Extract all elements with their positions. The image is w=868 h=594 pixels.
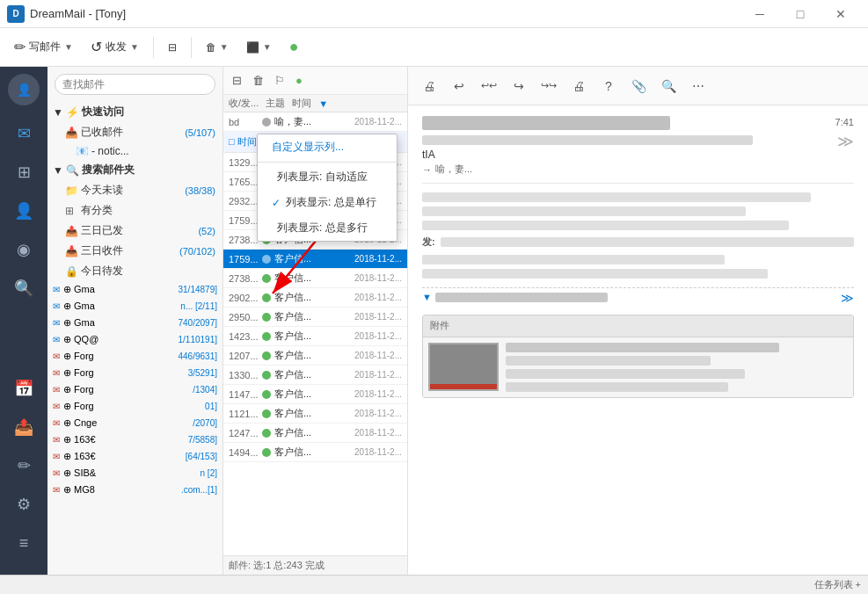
list-item[interactable]: 2902... 客户信... 2018-11-2... <box>223 288 407 308</box>
section-expand[interactable]: ≫ <box>841 288 854 308</box>
account-gmail3[interactable]: ✉ ⊕ Gma 740/2097] <box>47 315 222 331</box>
account-forg1[interactable]: ✉ ⊕ Forg 446/9631] <box>47 348 222 365</box>
menu-item-customize[interactable]: 自定义显示列... <box>258 134 397 160</box>
close-button[interactable]: ✕ <box>821 0 861 28</box>
list-status-button[interactable]: ● <box>292 72 306 89</box>
folder-tree: ▼ ⚡ 快速访问 📥 已收邮件 (5/107) 📧 - notic... ▼ 🔍… <box>47 102 222 575</box>
list-delete-button[interactable]: 🗑 <box>249 72 267 89</box>
folder-three-day-received[interactable]: 📥 三日收件 (70/102) <box>47 241 222 261</box>
account-163-1[interactable]: ✉ ⊕ 163€ 7/5858] <box>47 431 222 448</box>
account-forg3[interactable]: ✉ ⊕ Forg /1304] <box>47 381 222 398</box>
sidebar-bottom: 📅 📤 ✏ ⚙ ≡ <box>6 371 41 568</box>
preview-content: tIA → 喻，妻... 7:41 ≫ <box>408 105 868 575</box>
list-item[interactable]: 2950... 客户信... 2018-11-2... <box>223 308 407 327</box>
delete-button[interactable]: 🗑 ▼ <box>199 38 236 57</box>
list-item[interactable]: 1330... 客户信... 2018-11-2... <box>223 366 407 385</box>
account-qq[interactable]: ✉ ⊕ QQ@ 1/110191] <box>47 331 222 348</box>
sidebar-item-contacts[interactable]: 👤 <box>6 193 41 228</box>
preview-attach-button[interactable]: 📎 <box>624 72 653 100</box>
list-item[interactable]: 2738... 客户信... 2018-11-2... <box>223 269 407 288</box>
search-folder-header[interactable]: ▼ 🔍 搜索邮件夹 <box>47 160 222 180</box>
account-gmail1[interactable]: ✉ ⊕ Gma 31/14879] <box>47 281 222 298</box>
account-cnge[interactable]: ✉ ⊕ Cnge /2070] <box>47 415 222 431</box>
list-flag-button[interactable]: ⚐ <box>271 72 288 89</box>
preview-to-label: → <box>422 164 432 175</box>
avatar[interactable]: 👤 <box>8 74 40 105</box>
pending-icon: 🔒 <box>65 265 77 278</box>
preview-forward-all-button[interactable]: ↪↪ <box>535 72 563 100</box>
filter-button[interactable]: ⊟ <box>161 38 184 57</box>
account-mg8[interactable]: ✉ ⊕ MG8 .com...[1] <box>47 482 222 498</box>
body-line6 <box>422 269 768 279</box>
preview-help-button[interactable]: ? <box>594 72 623 100</box>
sidebar-item-mail[interactable]: ✉ <box>6 116 41 151</box>
list-item[interactable]: 1147... 客户信... 2018-11-2... <box>223 385 407 404</box>
account-forg4[interactable]: ✉ ⊕ Forg 01] <box>47 398 222 415</box>
list-item[interactable]: 1423... 客户信... 2018-11-2... <box>223 327 407 346</box>
list-filter-button[interactable]: ⊟ <box>229 72 245 89</box>
minimize-button[interactable]: ─ <box>740 0 780 28</box>
preview-print-button[interactable]: 🖨 <box>415 72 443 100</box>
folder-three-day-sent[interactable]: 📤 三日已发 (52) <box>47 221 222 241</box>
preview-zoom-in-button[interactable]: 🔍 <box>654 72 682 100</box>
preview-more-button[interactable]: ⋯ <box>684 72 712 100</box>
col-subject[interactable]: 主题 <box>266 97 285 110</box>
list-item[interactable]: 1247... 客户信... 2018-11-2... <box>223 424 407 443</box>
sidebar-item-grid[interactable]: ⊞ <box>6 155 41 190</box>
preview-expand-button[interactable]: ≫ <box>835 132 854 151</box>
sidebar-item-globe[interactable]: ◉ <box>6 232 41 267</box>
preview-from-label: tIA <box>422 148 435 161</box>
menu-item-auto[interactable]: 列表显示: 自动适应 <box>258 164 397 190</box>
move-icon: ⬛ <box>246 41 259 54</box>
list-item[interactable]: 1207... 客户信... 2018-11-2... <box>223 346 407 366</box>
preview-reply-button[interactable]: ↩ <box>445 72 473 100</box>
email-item-bd[interactable]: bd 喻，妻... 2018-11-2... <box>223 112 407 132</box>
menu-item-multi[interactable]: 列表显示: 总是多行 <box>258 215 397 241</box>
receive-button[interactable]: ↺ 收发 ▼ <box>84 35 146 59</box>
section-label <box>435 293 608 302</box>
folder-today-unread[interactable]: 📁 今天未读 (38/38) <box>47 180 222 200</box>
col-from[interactable]: 收/发... <box>229 97 259 110</box>
toolbar-separator <box>153 37 154 58</box>
status-button[interactable]: ● <box>282 34 306 60</box>
account-list: ✉ ⊕ Gma 31/14879] ✉ ⊕ Gma n... [2/11] ✉ … <box>47 281 222 498</box>
list-item[interactable]: 1494... 客户信... 2018-11-2... <box>223 443 407 462</box>
inbox-icon: 📥 <box>65 127 77 139</box>
compose-button[interactable]: ✏ 写邮件 ▼ <box>7 35 80 59</box>
account-163-2[interactable]: ✉ ⊕ 163€ [64/153] <box>47 448 222 465</box>
sidebar-item-send[interactable]: 📤 <box>6 409 41 445</box>
folder-sent[interactable]: 📥 已收邮件 (5/107) <box>47 122 222 142</box>
col-time[interactable]: 时间 <box>292 97 311 110</box>
folder-sent-sub[interactable]: 📧 - notic... <box>47 142 222 160</box>
sidebar-item-edit[interactable]: ✏ <box>6 448 41 483</box>
sidebar-item-settings[interactable]: ⚙ <box>6 487 41 522</box>
preview-print2-button[interactable]: 🖨 <box>565 72 593 100</box>
list-item-selected[interactable]: 1759... 客户信... 2018-11-2... <box>223 250 407 269</box>
email-status-icon <box>262 274 271 283</box>
col-sort-arrow[interactable]: ▼ <box>318 98 328 109</box>
menu-item-single[interactable]: 列表显示: 总是单行 <box>258 190 397 215</box>
email-status-icon <box>262 332 271 341</box>
quick-access-header[interactable]: ▼ ⚡ 快速访问 <box>47 102 222 122</box>
taskbar-right-label[interactable]: 任务列表 + <box>814 578 861 591</box>
search-input[interactable] <box>55 74 215 95</box>
attach-title <box>506 343 779 352</box>
preview-forward-button[interactable]: ↪ <box>505 72 533 100</box>
statusbar: 任务列表 + <box>0 575 868 594</box>
email-preview: 🖨 ↩ ↩↩ ↪ ↪↪ 🖨 ? 📎 🔍 ⋯ tIA <box>408 67 868 575</box>
sidebar-item-calendar[interactable]: 📅 <box>6 371 41 406</box>
sidebar-item-search[interactable]: 🔍 <box>6 271 41 306</box>
move-button[interactable]: ⬛ ▼ <box>239 38 279 57</box>
account-forg2[interactable]: ✉ ⊕ Forg 3/5291] <box>47 365 222 381</box>
maximize-button[interactable]: □ <box>780 0 821 28</box>
list-item[interactable]: 1121... 客户信... 2018-11-2... <box>223 404 407 424</box>
preview-reply-all-button[interactable]: ↩↩ <box>475 72 503 100</box>
quick-access-label: ⚡ <box>66 106 79 119</box>
folder-today-pending[interactable]: 🔒 今日待发 <box>47 261 222 281</box>
send-icon: 📤 <box>65 225 77 237</box>
account-sib[interactable]: ✉ ⊕ SIB& n [2] <box>47 465 222 482</box>
account-gmail2[interactable]: ✉ ⊕ Gma n... [2/11] <box>47 298 222 315</box>
folder-categorized[interactable]: ⊞ 有分类 <box>47 200 222 221</box>
email-status-icon <box>262 118 271 127</box>
sidebar-item-menu[interactable]: ≡ <box>6 525 41 561</box>
